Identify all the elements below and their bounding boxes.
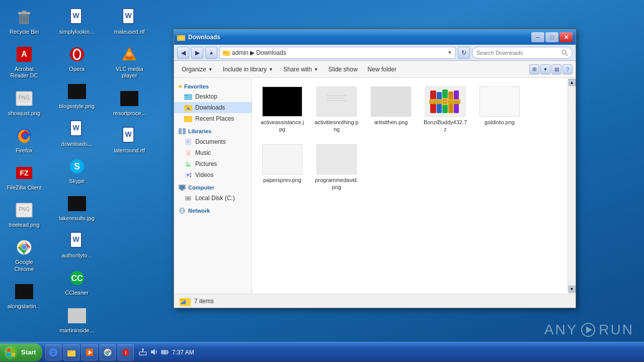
main-content: ★ Favorites Desktop xyxy=(174,78,576,294)
forward-button[interactable]: ▶ xyxy=(191,47,203,59)
organize-button[interactable]: Organize ▼ xyxy=(177,63,217,76)
svg-point-57 xyxy=(562,50,566,54)
sidebar-item-music[interactable]: ♪ Music xyxy=(174,147,252,158)
computer-header[interactable]: Computer xyxy=(174,183,252,193)
desktop-icon-downloads-doc[interactable]: W downloads... xyxy=(57,117,97,149)
svg-rect-62 xyxy=(184,106,188,107)
maximize-button[interactable]: □ xyxy=(545,32,558,42)
recycle-bin-label: Recycle Bin xyxy=(10,29,39,35)
music-label: Music xyxy=(195,149,211,156)
address-path[interactable]: admin ▶ Downloads ▼ xyxy=(219,47,456,59)
svg-text:CC: CC xyxy=(71,274,83,283)
desktop-icon-skype[interactable]: S Skype xyxy=(57,154,97,187)
taskbar-security-button[interactable]: ! xyxy=(118,344,134,360)
refresh-button[interactable]: ↻ xyxy=(458,47,470,59)
desktop-icon-alongstartin[interactable]: alongstartin... xyxy=(4,280,44,312)
file-item-activeassistance[interactable]: activeassistance.jpg xyxy=(257,83,307,137)
file-item-goldinto[interactable]: goldinto.png xyxy=(474,83,525,137)
search-box[interactable] xyxy=(472,47,573,59)
sidebar-item-downloads[interactable]: Downloads xyxy=(174,102,252,113)
activitiesnothing-thumb xyxy=(316,86,357,117)
file-item-activitiesnothing[interactable]: activitiesnothing.png xyxy=(311,83,362,137)
videos-label: Videos xyxy=(195,171,213,178)
desktop-icon-vlc[interactable]: VLC media player xyxy=(109,42,149,81)
favorites-header[interactable]: ★ Favorites xyxy=(174,82,252,91)
search-input[interactable] xyxy=(476,50,559,56)
downloads-folder-icon xyxy=(184,104,192,112)
preview-button[interactable]: ▤ xyxy=(551,64,561,74)
start-label: Start xyxy=(21,348,36,356)
lakeresults-icon xyxy=(67,194,87,214)
taskbar: Start xyxy=(0,342,644,362)
desktop-icon-recycle-bin[interactable]: Recycle Bin xyxy=(4,5,44,37)
taskbar-ie-button[interactable] xyxy=(45,344,61,360)
slide-show-button[interactable]: Slide show xyxy=(324,63,362,76)
sidebar-item-local-disk[interactable]: Local Disk (C:) xyxy=(174,193,252,204)
help-button[interactable]: ? xyxy=(562,64,573,74)
filezilla-label: FileZilla Client xyxy=(7,185,41,191)
scrollbar[interactable]: ▲ ▼ xyxy=(568,78,576,294)
desktop-icon-filezilla[interactable]: FZ FileZilla Client xyxy=(4,161,44,193)
maleused-icon: W xyxy=(119,7,139,27)
sidebar-item-pictures[interactable]: Pictures xyxy=(174,158,252,169)
file-item-bonzibuddy[interactable]: BonziBuddy432.7z xyxy=(420,83,470,137)
close-button[interactable]: ✕ xyxy=(559,32,573,42)
file-item-papersprev[interactable]: papersprev.png xyxy=(257,141,307,195)
desktop-icon-blogsstyle[interactable]: blogsstyle.png xyxy=(57,79,97,112)
scroll-down-button[interactable]: ▼ xyxy=(569,286,576,293)
share-chevron: ▼ xyxy=(314,67,318,72)
authorityto-icon: W xyxy=(67,231,87,251)
desktop-icon-resortprocess[interactable]: resortproce... xyxy=(109,86,149,119)
network-header[interactable]: Network xyxy=(174,206,252,216)
up-button[interactable]: ▲ xyxy=(205,47,217,59)
desktop-icon-showjust[interactable]: PNG showjust.png xyxy=(4,86,44,119)
sidebar-item-videos[interactable]: Videos xyxy=(174,169,252,180)
showjust-icon: PNG xyxy=(14,88,34,109)
libraries-header[interactable]: Libraries xyxy=(174,126,252,136)
taskbar-media-button[interactable] xyxy=(82,344,98,360)
desktop-icon-simplylookin[interactable]: W simplylookin... xyxy=(57,5,97,37)
desktop-icon-chrome[interactable]: Google Chrome xyxy=(4,235,44,274)
desktop-icon-acrobat[interactable]: A Acrobat Reader DC xyxy=(4,42,44,81)
view-extra-button[interactable]: ⊞ xyxy=(529,64,539,74)
include-in-library-button[interactable]: Include in library ▼ xyxy=(218,63,278,76)
desktop-icon-maleused[interactable]: W maleused.rtf xyxy=(109,5,149,37)
new-folder-button[interactable]: New folder xyxy=(363,63,401,76)
desktop-icon-martininside[interactable]: martininside... xyxy=(57,304,97,336)
desktop-icon-authorityto[interactable]: W authorityto... xyxy=(57,229,97,261)
desktop-icon-lakeresults[interactable]: lakeresults.jpg xyxy=(57,192,97,224)
sidebar-item-documents[interactable]: Documents xyxy=(174,136,252,147)
explorer-window: Downloads ─ □ ✕ ◀ ▶ ▲ admin ▶ Downloads … xyxy=(174,29,576,308)
videos-icon xyxy=(184,171,192,179)
skype-label: Skype xyxy=(69,178,85,185)
svg-rect-85 xyxy=(181,190,184,191)
sidebar-item-recent-places[interactable]: Recent Places xyxy=(174,113,252,124)
scroll-up-button[interactable]: ▲ xyxy=(569,79,576,86)
svg-text:A: A xyxy=(21,50,27,58)
svg-rect-82 xyxy=(190,175,191,177)
anyrun-logo: ANY RUN xyxy=(544,322,634,338)
taskbar-folder-button[interactable] xyxy=(63,344,79,360)
laterround-label: laterround.rtf xyxy=(114,147,145,154)
file-item-programmedavid[interactable]: programmedavid.png xyxy=(311,141,362,195)
start-button[interactable]: Start xyxy=(0,343,42,361)
desktop-icon-ccleaner[interactable]: CC CCleaner xyxy=(57,266,97,298)
anyrun-run-text: RUN xyxy=(599,322,634,338)
title-bar-buttons: ─ □ ✕ xyxy=(531,32,573,42)
sidebar-item-desktop[interactable]: Desktop xyxy=(174,91,252,102)
svg-rect-110 xyxy=(7,348,11,352)
desktop-icon-opera[interactable]: Opera xyxy=(57,42,97,74)
minimize-button[interactable]: ─ xyxy=(531,32,544,42)
taskbar-chrome-button[interactable] xyxy=(100,344,116,360)
desktop-icon-firefox[interactable]: Firefox xyxy=(4,124,44,156)
tray-battery-icon xyxy=(161,348,169,357)
pictures-label: Pictures xyxy=(195,160,217,167)
file-item-artistthen[interactable]: artistthen.png xyxy=(366,83,416,137)
svg-rect-56 xyxy=(223,52,226,53)
view-change-button[interactable]: ▼ xyxy=(540,64,550,74)
share-with-button[interactable]: Share with ▼ xyxy=(279,63,323,76)
local-disk-icon xyxy=(184,194,192,202)
desktop-icon-treelead[interactable]: PNG treelead.png xyxy=(4,198,44,230)
back-button[interactable]: ◀ xyxy=(177,47,189,59)
desktop-icon-laterround[interactable]: W laterround.rtf xyxy=(109,124,149,156)
